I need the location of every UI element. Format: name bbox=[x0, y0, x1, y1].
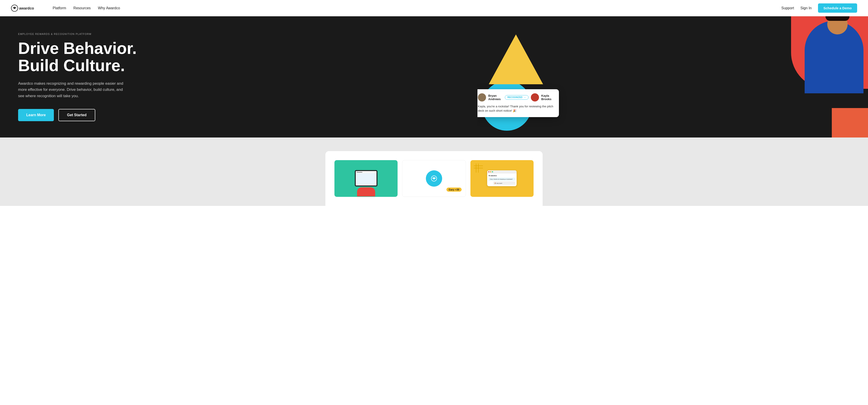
logo[interactable]: awardco bbox=[11, 4, 44, 12]
nav-left: awardco Platform Resources Why Awardco bbox=[11, 4, 120, 12]
tablet-device: ⚙ awardco bbox=[355, 170, 377, 186]
desktop-logo-text: ⚙ awardco bbox=[489, 175, 515, 177]
circle-logo bbox=[426, 170, 442, 186]
preview-card-green-inner: ⚙ awardco bbox=[335, 160, 398, 196]
svg-marker-3 bbox=[489, 34, 543, 84]
tablet-logo: ⚙ awardco bbox=[356, 171, 363, 173]
svg-text:awardco: awardco bbox=[19, 6, 34, 10]
avatar-bryan bbox=[478, 93, 486, 102]
nav-right: Support Sign In Schedule a Demo bbox=[781, 3, 857, 13]
hero-heading-line1: Drive Behavior. bbox=[18, 39, 137, 57]
preview-card-yellow-inner: ⚙ awardco Gary, thanks for keeping us hy… bbox=[470, 160, 533, 196]
hero-heading-line2: Build Culture. bbox=[18, 56, 125, 75]
hero-section: EMPLOYEE REWARDS & RECOGNITION PLATFORM … bbox=[0, 16, 868, 138]
nav-resources[interactable]: Resources bbox=[73, 6, 91, 10]
avatar-kayla bbox=[531, 93, 539, 102]
chat-bubble-1: Gary, thanks for keeping us hydrated! bbox=[489, 178, 515, 181]
hero-person bbox=[796, 16, 868, 93]
preview-section: ⚙ awardco Gary +30 bbox=[0, 138, 868, 206]
svg-point-1 bbox=[14, 7, 16, 9]
desktop-toolbar bbox=[487, 170, 517, 174]
cross-decoration bbox=[474, 164, 483, 174]
shape-coral bbox=[832, 108, 868, 138]
shape-yellow bbox=[489, 34, 543, 85]
svg-point-5 bbox=[433, 178, 435, 179]
learn-more-button[interactable]: Learn More bbox=[18, 109, 54, 121]
recognized-badge: RECOGNIZED → bbox=[505, 95, 529, 100]
minimize-dot bbox=[490, 171, 491, 172]
hero-content: EMPLOYEE REWARDS & RECOGNITION PLATFORM … bbox=[0, 16, 477, 138]
hands-illustration bbox=[357, 187, 375, 196]
preview-container: ⚙ awardco Gary +30 bbox=[326, 151, 542, 206]
get-started-button[interactable]: Get Started bbox=[58, 109, 95, 121]
hero-eyebrow: EMPLOYEE REWARDS & RECOGNITION PLATFORM bbox=[18, 33, 463, 35]
nav-support[interactable]: Support bbox=[781, 6, 794, 10]
expand-dot bbox=[492, 171, 493, 172]
badge-text: RECOGNIZED bbox=[507, 96, 523, 98]
receiver-name: Kayla Brooks bbox=[541, 94, 554, 101]
sender-name: Bryan Andrews bbox=[488, 94, 503, 101]
hero-subtext: Awardco makes recognizing and rewarding … bbox=[18, 80, 127, 99]
recognition-card: Bryan Andrews RECOGNIZED → Kayla Brooks … bbox=[477, 89, 559, 117]
hero-buttons: Learn More Get Started bbox=[18, 109, 463, 121]
tablet-body bbox=[356, 173, 376, 185]
card-message: Kayla, you're a rockstar! Thank you for … bbox=[478, 104, 554, 113]
nav-links: Platform Resources Why Awardco bbox=[53, 6, 120, 10]
nav-sign-in[interactable]: Sign In bbox=[800, 6, 812, 10]
badge-arrow-icon: → bbox=[523, 96, 526, 99]
tablet-screen: ⚙ awardco bbox=[356, 171, 376, 185]
navbar: awardco Platform Resources Why Awardco S… bbox=[0, 0, 868, 16]
nav-why-awardco[interactable]: Why Awardco bbox=[98, 6, 120, 10]
nav-platform[interactable]: Platform bbox=[53, 6, 66, 10]
gary-badge: Gary +30 bbox=[446, 187, 462, 192]
person-hair bbox=[826, 16, 849, 21]
card-header: Bryan Andrews RECOGNIZED → Kayla Brooks bbox=[478, 93, 554, 102]
hero-visual: Bryan Andrews RECOGNIZED → Kayla Brooks … bbox=[477, 16, 868, 138]
preview-card-white-inner: Gary +30 bbox=[402, 161, 465, 197]
desktop-mockup: ⚙ awardco Gary, thanks for keeping us hy… bbox=[487, 170, 517, 186]
schedule-demo-button[interactable]: Schedule a Demo bbox=[818, 3, 857, 13]
hero-heading: Drive Behavior. Build Culture. bbox=[18, 40, 463, 74]
preview-card-green: ⚙ awardco bbox=[335, 160, 398, 197]
tablet-header: ⚙ awardco bbox=[356, 171, 376, 173]
preview-card-yellow: ⚙ awardco Gary, thanks for keeping us hy… bbox=[470, 160, 533, 197]
desktop-content: ⚙ awardco Gary, thanks for keeping us hy… bbox=[487, 174, 517, 186]
preview-card-white: Gary +30 bbox=[402, 160, 466, 197]
chat-bubble-2: 🎉 way sport bbox=[493, 181, 515, 185]
close-dot bbox=[488, 171, 490, 172]
